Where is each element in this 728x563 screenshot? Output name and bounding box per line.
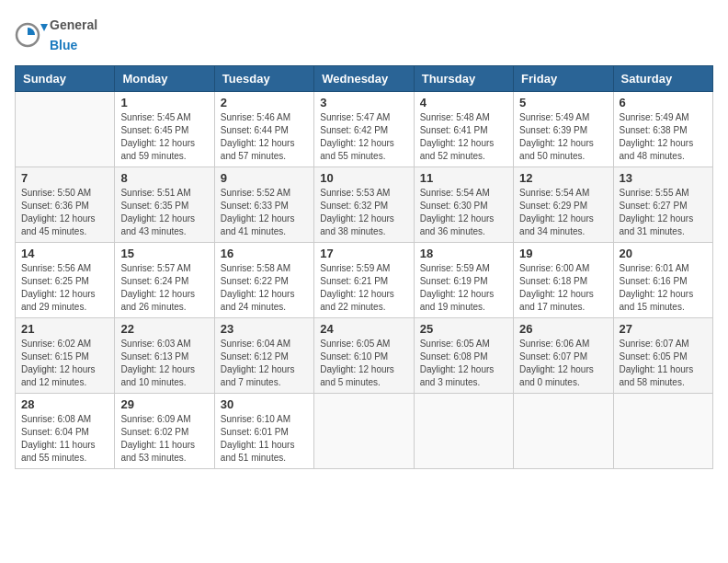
calendar-cell: 21Sunrise: 6:02 AMSunset: 6:15 PMDayligh… [16, 318, 115, 394]
day-number: 11 [420, 171, 507, 185]
day-number: 9 [221, 171, 308, 185]
day-info: Sunrise: 6:04 AMSunset: 6:12 PMDaylight:… [221, 338, 308, 389]
day-info: Sunrise: 5:59 AMSunset: 6:19 PMDaylight:… [420, 262, 507, 314]
day-info: Sunrise: 6:05 AMSunset: 6:10 PMDaylight:… [320, 338, 407, 389]
day-number: 22 [120, 322, 208, 336]
day-number: 14 [21, 247, 108, 260]
day-info: Sunrise: 5:49 AMSunset: 6:38 PMDaylight:… [620, 111, 707, 163]
day-info: Sunrise: 6:06 AMSunset: 6:07 PMDaylight:… [519, 338, 607, 389]
day-info: Sunrise: 5:49 AMSunset: 6:39 PMDaylight:… [519, 111, 607, 163]
day-info: Sunrise: 6:05 AMSunset: 6:08 PMDaylight:… [420, 338, 507, 389]
day-info: Sunrise: 5:59 AMSunset: 6:21 PMDaylight:… [320, 262, 407, 314]
calendar-cell [514, 394, 613, 469]
header: General Blue [15, 15, 713, 54]
calendar-cell: 2Sunrise: 5:46 AMSunset: 6:44 PMDaylight… [214, 92, 313, 167]
calendar-cell: 28Sunrise: 6:08 AMSunset: 6:04 PMDayligh… [16, 394, 115, 469]
calendar-cell [414, 394, 513, 469]
day-number: 20 [620, 247, 707, 260]
day-info: Sunrise: 5:52 AMSunset: 6:33 PMDaylight:… [221, 187, 308, 238]
day-number: 25 [420, 322, 507, 336]
calendar-cell: 15Sunrise: 5:57 AMSunset: 6:24 PMDayligh… [115, 243, 214, 318]
day-info: Sunrise: 6:00 AMSunset: 6:18 PMDaylight:… [519, 262, 607, 314]
logo: General Blue [15, 15, 97, 54]
calendar-cell: 1Sunrise: 5:45 AMSunset: 6:45 PMDaylight… [115, 92, 214, 167]
calendar-week-4: 21Sunrise: 6:02 AMSunset: 6:15 PMDayligh… [16, 318, 713, 394]
calendar-cell: 9Sunrise: 5:52 AMSunset: 6:33 PMDaylight… [214, 167, 313, 243]
calendar-cell: 4Sunrise: 5:48 AMSunset: 6:41 PMDaylight… [414, 92, 513, 167]
calendar: SundayMondayTuesdayWednesdayThursdayFrid… [15, 65, 713, 469]
day-number: 6 [620, 96, 707, 109]
day-info: Sunrise: 5:46 AMSunset: 6:44 PMDaylight:… [221, 111, 308, 163]
calendar-cell: 12Sunrise: 5:54 AMSunset: 6:29 PMDayligh… [514, 167, 613, 243]
day-number: 27 [620, 322, 707, 336]
day-number: 28 [21, 397, 108, 411]
day-info: Sunrise: 5:55 AMSunset: 6:27 PMDaylight:… [620, 187, 707, 238]
day-number: 2 [221, 96, 308, 109]
calendar-cell: 7Sunrise: 5:50 AMSunset: 6:36 PMDaylight… [16, 167, 115, 243]
calendar-cell: 26Sunrise: 6:06 AMSunset: 6:07 PMDayligh… [514, 318, 613, 394]
calendar-cell: 24Sunrise: 6:05 AMSunset: 6:10 PMDayligh… [314, 318, 414, 394]
day-info: Sunrise: 5:58 AMSunset: 6:22 PMDaylight:… [221, 262, 308, 314]
calendar-cell: 19Sunrise: 6:00 AMSunset: 6:18 PMDayligh… [514, 243, 613, 318]
day-number: 24 [320, 322, 407, 336]
day-info: Sunrise: 5:47 AMSunset: 6:42 PMDaylight:… [320, 111, 407, 163]
day-info: Sunrise: 6:02 AMSunset: 6:15 PMDaylight:… [21, 338, 108, 389]
day-info: Sunrise: 6:09 AMSunset: 6:02 PMDaylight:… [120, 413, 208, 465]
day-info: Sunrise: 5:54 AMSunset: 6:30 PMDaylight:… [420, 187, 507, 238]
col-header-wednesday: Wednesday [314, 66, 414, 92]
day-number: 3 [320, 96, 407, 109]
day-number: 19 [519, 247, 607, 260]
calendar-cell: 5Sunrise: 5:49 AMSunset: 6:39 PMDaylight… [514, 92, 613, 167]
calendar-week-5: 28Sunrise: 6:08 AMSunset: 6:04 PMDayligh… [16, 394, 713, 469]
calendar-cell: 17Sunrise: 5:59 AMSunset: 6:21 PMDayligh… [314, 243, 414, 318]
day-number: 30 [221, 397, 308, 411]
day-number: 12 [519, 171, 607, 185]
day-info: Sunrise: 5:53 AMSunset: 6:32 PMDaylight:… [320, 187, 407, 238]
calendar-cell: 3Sunrise: 5:47 AMSunset: 6:42 PMDaylight… [314, 92, 414, 167]
day-info: Sunrise: 5:50 AMSunset: 6:36 PMDaylight:… [21, 187, 108, 238]
logo-blue: Blue [50, 38, 77, 52]
calendar-cell: 6Sunrise: 5:49 AMSunset: 6:38 PMDaylight… [613, 92, 712, 167]
calendar-cell: 16Sunrise: 5:58 AMSunset: 6:22 PMDayligh… [214, 243, 313, 318]
calendar-cell: 14Sunrise: 5:56 AMSunset: 6:25 PMDayligh… [16, 243, 115, 318]
day-info: Sunrise: 6:10 AMSunset: 6:01 PMDaylight:… [221, 413, 308, 465]
col-header-saturday: Saturday [613, 66, 712, 92]
col-header-friday: Friday [514, 66, 613, 92]
calendar-week-3: 14Sunrise: 5:56 AMSunset: 6:25 PMDayligh… [16, 243, 713, 318]
svg-marker-1 [40, 24, 48, 31]
calendar-cell [314, 394, 414, 469]
calendar-cell: 30Sunrise: 6:10 AMSunset: 6:01 PMDayligh… [214, 394, 313, 469]
day-number: 10 [320, 171, 407, 185]
day-number: 17 [320, 247, 407, 260]
day-number: 4 [420, 96, 507, 109]
calendar-header-row: SundayMondayTuesdayWednesdayThursdayFrid… [16, 66, 713, 92]
day-info: Sunrise: 6:08 AMSunset: 6:04 PMDaylight:… [21, 413, 108, 465]
day-number: 7 [21, 171, 108, 185]
day-number: 26 [519, 322, 607, 336]
calendar-cell: 22Sunrise: 6:03 AMSunset: 6:13 PMDayligh… [115, 318, 214, 394]
day-number: 21 [21, 322, 108, 336]
day-info: Sunrise: 6:01 AMSunset: 6:16 PMDaylight:… [620, 262, 707, 314]
day-number: 16 [221, 247, 308, 260]
day-info: Sunrise: 5:48 AMSunset: 6:41 PMDaylight:… [420, 111, 507, 163]
day-info: Sunrise: 5:51 AMSunset: 6:35 PMDaylight:… [120, 187, 208, 238]
col-header-tuesday: Tuesday [214, 66, 313, 92]
calendar-cell [16, 92, 115, 167]
col-header-thursday: Thursday [414, 66, 513, 92]
day-number: 13 [620, 171, 707, 185]
day-info: Sunrise: 5:54 AMSunset: 6:29 PMDaylight:… [519, 187, 607, 238]
calendar-cell [613, 394, 712, 469]
day-number: 18 [420, 247, 507, 260]
day-number: 15 [120, 247, 208, 260]
day-number: 23 [221, 322, 308, 336]
day-number: 1 [120, 96, 208, 109]
day-info: Sunrise: 6:03 AMSunset: 6:13 PMDaylight:… [120, 338, 208, 389]
calendar-cell: 13Sunrise: 5:55 AMSunset: 6:27 PMDayligh… [613, 167, 712, 243]
day-info: Sunrise: 5:45 AMSunset: 6:45 PMDaylight:… [120, 111, 208, 163]
calendar-cell: 20Sunrise: 6:01 AMSunset: 6:16 PMDayligh… [613, 243, 712, 318]
calendar-cell: 23Sunrise: 6:04 AMSunset: 6:12 PMDayligh… [214, 318, 313, 394]
day-number: 8 [120, 171, 208, 185]
calendar-cell: 29Sunrise: 6:09 AMSunset: 6:02 PMDayligh… [115, 394, 214, 469]
calendar-cell: 10Sunrise: 5:53 AMSunset: 6:32 PMDayligh… [314, 167, 414, 243]
logo-general: General [50, 17, 97, 32]
